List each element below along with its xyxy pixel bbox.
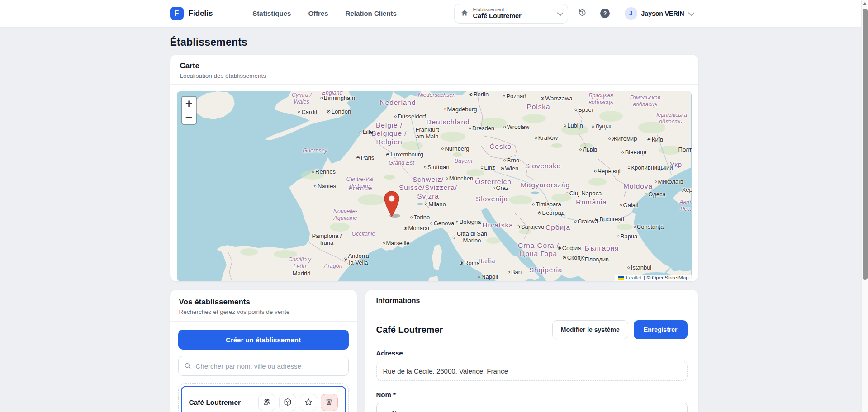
clients-button[interactable] [258, 394, 275, 411]
user-menu[interactable]: J Jayson VERIN [619, 4, 698, 24]
search-icon [184, 362, 192, 372]
ukraine-flag-icon [618, 276, 624, 280]
nav-link-relation-clients[interactable]: Relation Clients [346, 9, 397, 17]
chevron-down-icon [688, 9, 693, 18]
establishment-name: Café Loutremer [189, 398, 241, 407]
establishments-card: Vos établissements Recherchez et gérez v… [170, 290, 357, 412]
refresh-history-button[interactable] [573, 5, 591, 23]
nav-links: Statistiques Offres Relation Clients [252, 9, 397, 17]
trash-icon [325, 398, 333, 407]
establishments-card-subtitle: Recherchez et gérez vos points de vente [179, 308, 348, 315]
address-label: Adresse [376, 349, 688, 357]
chevron-down-icon [550, 9, 562, 18]
page-title: Établissements [170, 36, 698, 48]
app-logo: F [170, 7, 184, 20]
nav-link-statistiques[interactable]: Statistiques [252, 9, 291, 17]
scrollbar-up-arrow[interactable] [862, 0, 868, 7]
user-name: Jayson VERIN [641, 10, 684, 17]
home-icon [460, 9, 469, 19]
informations-card-title: Informations [376, 297, 688, 305]
map-tiles [177, 91, 691, 281]
avatar: J [625, 7, 637, 20]
top-navbar: F Fidelis Statistiques Offres Relation C… [0, 0, 868, 27]
create-establishment-button[interactable]: Créer un établissement [178, 330, 349, 350]
map-attribution: Leaflet | © OpenStreetMap [615, 275, 691, 281]
delete-button[interactable] [321, 394, 338, 411]
offers-button[interactable] [279, 394, 296, 411]
question-icon: ? [600, 9, 610, 18]
modify-system-button[interactable]: Modifier le système [552, 320, 628, 339]
leaflet-link[interactable]: Leaflet [626, 275, 642, 280]
page-scrollbar[interactable] [861, 0, 868, 412]
attribution-separator: | [644, 275, 645, 280]
zoom-in-button[interactable]: + [182, 97, 196, 110]
informations-card: Informations Café Loutremer Modifier le … [365, 290, 698, 412]
nav-link-offres[interactable]: Offres [308, 9, 328, 17]
users-icon [262, 398, 271, 408]
star-icon [304, 398, 313, 408]
osm-attribution: © OpenStreetMap [647, 275, 689, 280]
establishment-selector-value: Café Loutremer [473, 13, 522, 20]
package-icon [283, 398, 292, 408]
address-value: Rue de la Cécile, 26000, Valence, France [376, 361, 688, 381]
map-zoom-control: + − [181, 96, 197, 125]
brand-name: Fidelis [189, 9, 213, 18]
history-icon [578, 8, 587, 19]
zoom-out-button[interactable]: − [182, 110, 196, 124]
help-button[interactable]: ? [596, 5, 614, 23]
map-card-title: Carte [180, 62, 688, 71]
establishment-list: Café Loutremer [178, 383, 349, 412]
establishment-selector-label: Etablissement [473, 7, 522, 12]
search-input[interactable] [178, 356, 349, 376]
map-card: Carte Localisation des établissements [170, 55, 698, 281]
scrollbar-thumb[interactable] [863, 9, 868, 280]
save-button[interactable]: Enregistrer [634, 320, 688, 339]
name-input[interactable] [376, 403, 688, 412]
establishments-card-title: Vos établissements [179, 298, 348, 307]
establishment-list-item[interactable]: Café Loutremer [181, 386, 346, 412]
map-card-subtitle: Localisation des établissements [180, 72, 688, 79]
establishment-heading: Café Loutremer [376, 325, 443, 335]
favorite-button[interactable] [300, 394, 317, 411]
name-label: Nom * [376, 391, 688, 398]
establishment-selector[interactable]: Etablissement Café Loutremer [454, 4, 568, 24]
map-marker-pin[interactable] [383, 190, 401, 219]
leaflet-map[interactable]: NederlandBelgië / Belgique / BelgienDeut… [177, 91, 692, 281]
